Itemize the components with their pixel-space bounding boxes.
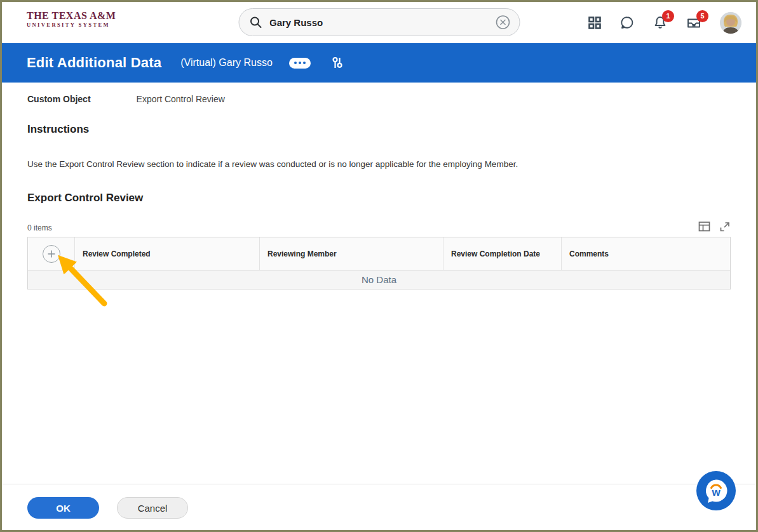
add-row-cell (28, 237, 75, 270)
top-bar: THE TEXAS A&M UNIVERSITY SYSTEM (2, 2, 756, 43)
custom-object-label: Custom Object (27, 94, 91, 104)
logo-line2: UNIVERSITY SYSTEM (27, 22, 116, 28)
workday-assistant-icon: w (696, 471, 736, 510)
no-data-text: No Data (362, 274, 396, 285)
apps-grid-icon (588, 16, 602, 30)
search-input[interactable] (269, 17, 495, 28)
column-header-reviewing-member[interactable]: Reviewing Member (260, 237, 443, 270)
footer-actions: OK Cancel (27, 497, 188, 519)
sliders-icon (331, 56, 344, 70)
ok-button[interactable]: OK (27, 497, 99, 519)
custom-object-row: Custom Object Export Control Review (27, 94, 731, 104)
grid-header-row: Review Completed Reviewing Member Review… (28, 237, 730, 270)
avatar[interactable] (720, 12, 741, 34)
chat-button[interactable] (619, 15, 635, 30)
custom-object-value: Export Control Review (137, 94, 225, 104)
export-control-review-grid: Review Completed Reviewing Member Review… (27, 237, 731, 289)
configure-grid-button[interactable] (331, 56, 344, 70)
add-row-button[interactable] (43, 245, 60, 263)
svg-text:w: w (711, 486, 721, 498)
grid-toolbar: 0 items (27, 221, 731, 232)
expand-grid-button[interactable] (719, 221, 731, 232)
inbox-badge: 5 (696, 10, 708, 22)
column-header-comments[interactable]: Comments (562, 237, 730, 270)
global-search (238, 8, 520, 36)
column-header-review-completion-date[interactable]: Review Completion Date (443, 237, 562, 270)
top-bar-actions: 1 5 (588, 2, 741, 43)
inbox-button[interactable]: 5 (686, 15, 702, 30)
workday-assistant-button[interactable]: w (696, 471, 736, 510)
apps-menu-button[interactable] (588, 16, 602, 30)
texas-am-logo[interactable]: THE TEXAS A&M UNIVERSITY SYSTEM (27, 10, 116, 28)
edit-additional-data-page: THE TEXAS A&M UNIVERSITY SYSTEM (0, 0, 758, 532)
grid-empty-row: No Data (28, 270, 730, 289)
column-header-review-completed[interactable]: Review Completed (75, 237, 260, 270)
page-header: Edit Additional Data (Virtual) Gary Russ… (2, 43, 756, 83)
instructions-text: Use the Export Control Review section to… (27, 159, 731, 169)
clear-search-icon[interactable] (495, 15, 510, 30)
plus-icon (47, 249, 56, 258)
related-actions-button[interactable] (289, 58, 311, 69)
notifications-badge: 1 (662, 10, 674, 22)
instructions-heading: Instructions (27, 123, 731, 136)
logo-line1: THE TEXAS A&M (27, 10, 116, 22)
ellipsis-icon (294, 62, 297, 64)
page-title: Edit Additional Data (27, 55, 161, 71)
expand-grid-icon (719, 221, 731, 232)
page-subject: (Virtual) Gary Russo (180, 57, 273, 69)
footer-divider (2, 484, 756, 484)
main-content: Custom Object Export Control Review Inst… (2, 83, 756, 289)
cancel-button[interactable]: Cancel (117, 497, 188, 519)
items-count: 0 items (27, 223, 52, 232)
chat-icon (619, 15, 635, 30)
search-icon (249, 16, 262, 29)
notifications-button[interactable]: 1 (653, 15, 668, 30)
section-heading: Export Control Review (27, 192, 731, 204)
grid-settings-icon (698, 221, 710, 232)
grid-settings-button[interactable] (698, 221, 710, 232)
